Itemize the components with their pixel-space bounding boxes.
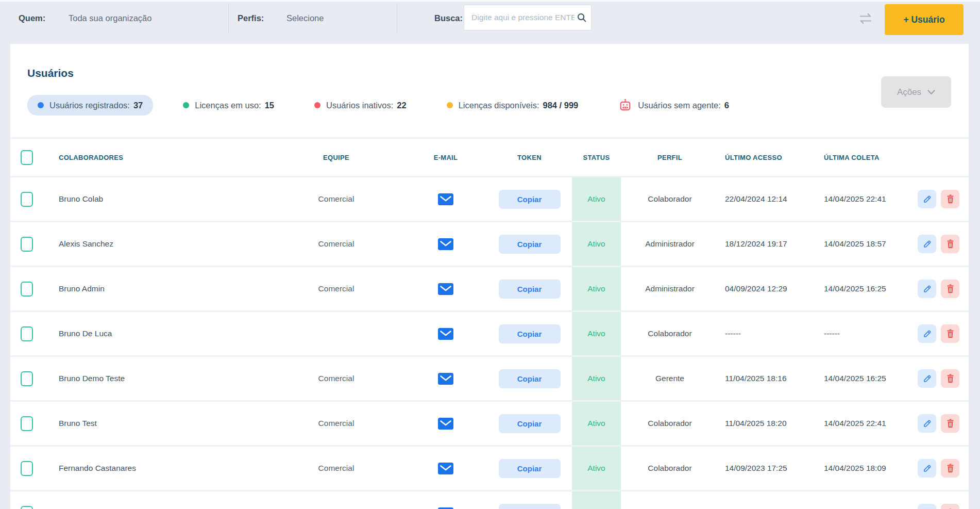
delete-user-button[interactable] (941, 235, 959, 253)
row-checkbox[interactable] (21, 461, 33, 476)
stats-row: Usuários registrados: 37 Licenças em uso… (27, 95, 739, 116)
edit-user-button[interactable] (918, 280, 936, 298)
status-badge: Ativo (572, 419, 621, 428)
edit-user-button[interactable] (918, 459, 936, 478)
email-icon[interactable] (438, 328, 453, 340)
row-checkbox[interactable] (21, 371, 33, 386)
status-badge: Ativo (572, 464, 621, 473)
pencil-icon (922, 329, 932, 339)
swap-arrows-icon[interactable] (858, 12, 873, 27)
delete-user-button[interactable] (941, 190, 959, 208)
header-profile: PERFIL (621, 154, 719, 161)
stat-value: 6 (724, 101, 729, 110)
actions-button[interactable]: Ações (881, 76, 951, 108)
header-team: EQUIPE (268, 154, 404, 161)
edit-user-button[interactable] (918, 324, 936, 343)
stat-label: Licenças em uso: (195, 101, 261, 110)
stat-value: 37 (133, 101, 143, 110)
delete-user-button[interactable] (941, 459, 959, 478)
delete-user-button[interactable] (941, 280, 959, 298)
edit-user-button[interactable] (918, 369, 936, 388)
copy-token-button[interactable]: Copiar (499, 280, 561, 299)
last-collect-cell: 14/04/2025 18:57 (819, 239, 915, 249)
trash-icon (946, 329, 955, 338)
copy-token-button[interactable]: Copiar (499, 324, 561, 343)
stat-value: 984 / 999 (543, 101, 578, 110)
stat-inactive-users[interactable]: Usuários inativos: 22 (304, 95, 417, 116)
row-checkbox[interactable] (21, 506, 33, 509)
pencil-icon (922, 464, 932, 473)
pencil-icon (922, 374, 932, 384)
profile-cell: Colaborador (621, 329, 719, 338)
team-cell: Comercial (268, 194, 404, 204)
last-collect-cell: 14/04/2025 22:41 (819, 194, 915, 204)
copy-token-button[interactable]: Copiar (499, 504, 561, 509)
copy-token-button[interactable]: Copiar (499, 190, 561, 209)
stat-registered-users[interactable]: Usuários registrados: 37 (27, 95, 153, 116)
collaborator-name: Fernando Castanares (48, 464, 268, 473)
stat-value: 22 (397, 101, 406, 110)
select-all-checkbox[interactable] (21, 150, 33, 165)
team-cell: Comercial (268, 419, 404, 428)
header-token: TOKEN (487, 154, 572, 161)
edit-user-button[interactable] (918, 504, 936, 509)
row-checkbox[interactable] (21, 192, 33, 207)
edit-user-button[interactable] (918, 190, 936, 208)
row-checkbox[interactable] (21, 282, 33, 297)
email-icon[interactable] (438, 238, 453, 250)
stat-value: 15 (265, 101, 274, 110)
delete-user-button[interactable] (941, 324, 959, 343)
delete-user-button[interactable] (941, 414, 959, 433)
email-icon[interactable] (438, 283, 453, 295)
stat-available-licenses[interactable]: Licenças disponíveis: 984 / 999 (436, 95, 589, 116)
stat-licenses-in-use[interactable]: Licenças em uso: 15 (173, 95, 284, 116)
row-checkbox[interactable] (21, 326, 33, 341)
add-user-button[interactable]: + Usuário (885, 4, 964, 35)
table-row: Copiar (10, 491, 969, 509)
last-access-cell: 18/12/2024 19:17 (719, 239, 819, 249)
row-checkbox[interactable] (21, 237, 33, 252)
email-icon[interactable] (438, 507, 453, 509)
search-input[interactable] (464, 13, 577, 22)
status-badge: Ativo (572, 239, 621, 249)
search-box (464, 5, 592, 30)
robot-icon (618, 98, 632, 112)
trash-icon (946, 374, 955, 383)
email-icon[interactable] (438, 418, 453, 430)
edit-user-button[interactable] (918, 235, 936, 253)
collaborator-name: Bruno Test (48, 419, 268, 428)
delete-user-button[interactable] (941, 369, 959, 388)
header-email: E-MAIL (404, 154, 487, 161)
stat-users-without-agent[interactable]: Usuários sem agente: 6 (608, 95, 739, 116)
divider (228, 4, 229, 33)
page-title: Usuários (27, 67, 74, 79)
profiles-label: Perfis: (238, 2, 264, 35)
search-icon[interactable] (577, 12, 587, 23)
email-icon[interactable] (438, 463, 453, 474)
copy-token-button[interactable]: Copiar (499, 369, 561, 388)
profiles-value[interactable]: Selecione (286, 2, 324, 35)
last-access-cell: 11/04/2025 18:20 (719, 419, 819, 428)
who-value[interactable]: Toda sua organização (69, 2, 151, 35)
pencil-icon (922, 419, 932, 429)
status-badge: Ativo (572, 284, 621, 293)
copy-token-button[interactable]: Copiar (499, 459, 561, 478)
team-cell: Comercial (268, 374, 404, 383)
row-checkbox[interactable] (21, 416, 33, 431)
email-icon[interactable] (438, 193, 453, 205)
copy-token-button[interactable]: Copiar (499, 414, 561, 433)
pencil-icon (922, 194, 932, 204)
chevron-down-icon (927, 90, 935, 95)
collaborator-name: Bruno De Luca (48, 329, 268, 338)
edit-user-button[interactable] (918, 414, 936, 433)
users-panel: Usuários Usuários registrados: 37 Licenç… (10, 44, 969, 509)
table-row: Bruno De Luca Copiar Ativo Colaborador -… (10, 312, 969, 357)
delete-user-button[interactable] (941, 504, 959, 509)
collaborator-name: Bruno Demo Teste (48, 374, 268, 383)
profile-cell: Colaborador (621, 464, 719, 473)
actions-button-label: Ações (897, 87, 921, 97)
stat-label: Usuários sem agente: (638, 101, 721, 110)
copy-token-button[interactable]: Copiar (499, 235, 561, 254)
trash-icon (946, 464, 955, 473)
email-icon[interactable] (438, 373, 453, 385)
